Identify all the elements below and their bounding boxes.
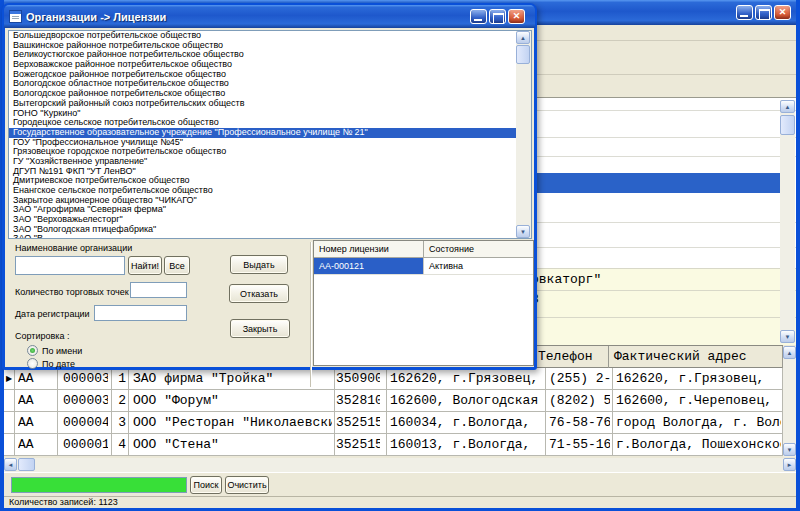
sort-by-name-label[interactable]: По имени xyxy=(42,346,82,356)
list-item[interactable]: Закрытое акционерное общество "ЧИКАГО" xyxy=(9,196,517,206)
scroll-right-icon[interactable]: ► xyxy=(783,458,796,471)
list-item[interactable]: Вологодское областное потребительское об… xyxy=(9,79,517,89)
cell-index: 1 xyxy=(102,368,126,389)
list-item[interactable]: Енангское сельское потребительское общес… xyxy=(9,186,517,196)
sort-by-date-radio[interactable] xyxy=(27,358,38,369)
org-name-label: Наименование организации xyxy=(15,243,132,253)
list-item[interactable]: Вашкинское районное потребительское обще… xyxy=(9,41,517,51)
list-item[interactable]: ЗАО "Вологодская птицефабрика" xyxy=(9,225,517,235)
scroll-down-icon[interactable]: ▼ xyxy=(516,225,530,238)
list-item[interactable]: ГОУ "Профессиональное училище №45" xyxy=(9,138,517,148)
column-header-actual-address[interactable]: Фактический адрес xyxy=(614,349,747,364)
dialog-titlebar[interactable]: Организации -> Лицензии ✕ xyxy=(4,5,535,28)
cell-inn: 352515 xyxy=(336,434,380,455)
list-item[interactable]: Вологодское районное потребительское общ… xyxy=(9,89,517,99)
column-divider xyxy=(608,346,609,368)
table-vertical-scrollbar[interactable]: ▲ ▼ xyxy=(783,346,797,457)
table-row[interactable]: АА 000001 4 ООО "Стена" 352515 160013, г… xyxy=(4,434,783,456)
registration-date-label: Дата регистрации xyxy=(15,309,90,319)
scroll-down-icon[interactable]: ▼ xyxy=(780,330,795,343)
scroll-thumb[interactable] xyxy=(780,115,795,135)
scroll-thumb[interactable] xyxy=(18,458,35,471)
scroll-up-icon[interactable]: ▲ xyxy=(780,100,795,113)
search-button[interactable]: Поиск xyxy=(190,476,222,494)
sort-by-name-radio[interactable] xyxy=(27,345,38,356)
maximize-button[interactable] xyxy=(489,9,506,24)
license-table: ▶ АА 000003 1 ЗАО фирма "Тройка" 350900 … xyxy=(4,368,783,456)
close-dialog-button[interactable]: Закрыть xyxy=(230,319,290,338)
list-item[interactable]: Городецкое сельское потребительское обще… xyxy=(9,118,517,128)
close-icon[interactable]: ✕ xyxy=(508,9,525,24)
grid-line xyxy=(334,368,335,456)
list-item[interactable]: ЗАО "Верховажьелесторг" xyxy=(9,215,517,225)
window-border xyxy=(796,0,800,511)
org-name-input[interactable] xyxy=(15,256,125,275)
cell-actual-address: 162620, г.Грязовец, xyxy=(616,368,781,389)
list-item[interactable]: Вытегорский районный союз потребительски… xyxy=(9,99,517,109)
refuse-license-button[interactable]: Отказать xyxy=(229,284,289,303)
list-item[interactable]: ГОНО "Куркино" xyxy=(9,109,517,119)
quick-search-input[interactable] xyxy=(11,477,187,493)
list-item-clipped[interactable]: ЗАО "В xyxy=(9,234,517,239)
organizations-listbox[interactable]: Большедворское потребительское общество … xyxy=(8,30,532,239)
scroll-thumb[interactable] xyxy=(516,45,530,64)
minimize-button[interactable] xyxy=(736,5,753,20)
license-status-header[interactable]: Состояние xyxy=(424,241,533,257)
listbox-scrollbar[interactable]: ▲ ▼ xyxy=(516,31,531,238)
list-item[interactable]: Вожегодское районное потребительское общ… xyxy=(9,70,517,80)
list-item[interactable]: Дмитриевское потребительское общество xyxy=(9,176,517,186)
cell-legal-address: 162600, Вологодская обл. xyxy=(390,390,545,411)
cell-phone: 76-58-76, xyxy=(549,412,610,433)
cell-phone: 71-55-16 xyxy=(549,434,610,455)
close-icon[interactable]: ✕ xyxy=(774,5,791,20)
list-item[interactable]: ДГУП №191 ФКП "УТ ЛенВО" xyxy=(9,167,517,177)
cell-index: 3 xyxy=(102,412,126,433)
table-row[interactable]: АА 000004 3 ООО "Ресторан "Николаевский"… xyxy=(4,412,783,434)
maximize-button[interactable] xyxy=(755,5,772,20)
grid-line xyxy=(545,368,546,456)
cell-org-name: ООО "Форум" xyxy=(133,390,332,411)
clear-button[interactable]: Очистить xyxy=(225,476,269,494)
cell-actual-address: город Вологда, г. Вологда xyxy=(616,412,781,433)
list-item[interactable]: Великоустюгское районное потребительское… xyxy=(9,50,517,60)
cell-inn: 352810 xyxy=(336,390,380,411)
table-horizontal-scrollbar[interactable]: ◄ ► xyxy=(4,458,796,472)
license-grid[interactable]: Номер лицензии Состояние АА-000121 Актив… xyxy=(313,240,534,366)
scroll-up-icon[interactable]: ▲ xyxy=(516,31,530,44)
all-button[interactable]: Все xyxy=(164,256,190,275)
cell-legal-address: 162620, г.Грязовец, ул. xyxy=(390,368,545,389)
dialog-client-area: Большедворское потребительское общество … xyxy=(5,28,534,367)
licenses-dialog: Организации -> Лицензии ✕ Большедворское… xyxy=(2,3,537,370)
grid-line xyxy=(612,368,613,456)
issue-license-button[interactable]: Выдать xyxy=(230,255,288,274)
cell-phone: (8202) 53 xyxy=(549,390,610,411)
record-count-label: Количество записей: 1123 xyxy=(9,497,118,507)
scroll-up-icon[interactable]: ▲ xyxy=(783,346,796,359)
grid-line xyxy=(57,368,58,456)
list-item[interactable]: Большедворское потребительское общество xyxy=(9,31,517,41)
dialog-window-controls: ✕ xyxy=(470,9,525,24)
outlets-count-input[interactable] xyxy=(130,282,187,298)
license-grid-header: Номер лицензии Состояние xyxy=(314,241,533,258)
list-item[interactable]: Грязовецкое городское потребительское об… xyxy=(9,147,517,157)
list-item[interactable]: Верховажское районное потребительское об… xyxy=(9,60,517,70)
table-row[interactable]: АА 000003 2 ООО "Форум" 352810 162600, В… xyxy=(4,390,783,412)
minimize-button[interactable] xyxy=(470,9,487,24)
column-header-phone[interactable]: Телефон xyxy=(538,349,593,364)
grid-line xyxy=(128,368,129,456)
list-item-selected[interactable]: Государственное образовательное учрежден… xyxy=(9,128,532,138)
panel-divider xyxy=(310,242,311,387)
scroll-down-icon[interactable]: ▼ xyxy=(783,443,796,456)
find-button[interactable]: Найти! xyxy=(128,256,162,275)
table-row[interactable]: ▶ АА 000003 1 ЗАО фирма "Тройка" 350900 … xyxy=(4,368,783,390)
license-number-header[interactable]: Номер лицензии xyxy=(314,241,424,257)
list-item[interactable]: ЗАО "Агрофирма "Северная ферма" xyxy=(9,205,517,215)
sort-by-date-label[interactable]: По дате xyxy=(42,359,75,369)
cell-actual-address: г.Вологда, Пошехонское xyxy=(616,434,781,455)
scroll-left-icon[interactable]: ◄ xyxy=(4,458,17,471)
license-row[interactable]: АА-000121 Активна xyxy=(314,258,533,275)
main-window-controls: ✕ xyxy=(736,5,791,20)
list-item[interactable]: ГУ "Хозяйственное управление" xyxy=(9,157,517,167)
registration-date-input[interactable] xyxy=(94,305,187,321)
background-list-scrollbar[interactable]: ▲ ▼ xyxy=(780,100,795,343)
